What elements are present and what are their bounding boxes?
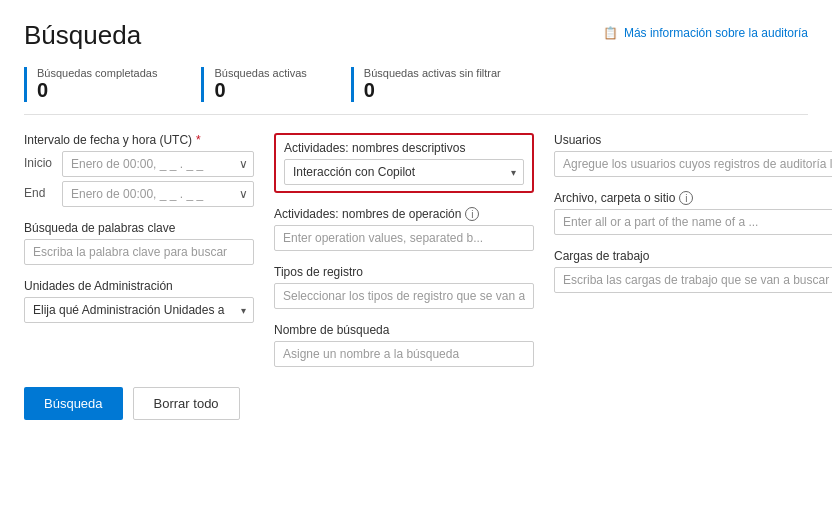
keywords-input[interactable] xyxy=(24,239,254,265)
info-link[interactable]: 📋 Más información sobre la auditoría xyxy=(603,26,808,40)
keywords-label: Búsqueda de palabras clave xyxy=(24,221,254,235)
search-name-label: Nombre de búsqueda xyxy=(274,323,534,337)
activities-descriptive-label: Actividades: nombres descriptivos xyxy=(284,141,524,155)
admin-units-select-wrapper[interactable]: Elija qué Administración Unidades a... ▾ xyxy=(24,297,254,323)
admin-units-select[interactable]: Elija qué Administración Unidades a... xyxy=(24,297,254,323)
end-date-input[interactable] xyxy=(62,181,254,207)
activities-descriptive-select-wrapper[interactable]: Interacción con Copilot ▾ xyxy=(284,159,524,185)
stat-active-unfiltered: Búsquedas activas sin filtrar 0 xyxy=(351,67,521,102)
users-field: Usuarios xyxy=(554,133,832,177)
admin-units-field: Unidades de Administración Elija qué Adm… xyxy=(24,279,254,323)
file-folder-site-label: Archivo, carpeta o sitio i xyxy=(554,191,832,205)
activities-descriptive-field: Actividades: nombres descriptivos Intera… xyxy=(274,133,534,193)
stat-active: Búsquedas activas 0 xyxy=(201,67,326,102)
users-label: Usuarios xyxy=(554,133,832,147)
keywords-field: Búsqueda de palabras clave xyxy=(24,221,254,265)
buttons-row: Búsqueda Borrar todo xyxy=(24,387,808,420)
activities-operation-field: Actividades: nombres de operación i xyxy=(274,207,534,251)
start-date-input[interactable] xyxy=(62,151,254,177)
search-name-field: Nombre de búsqueda xyxy=(274,323,534,367)
info-icon-operation[interactable]: i xyxy=(465,207,479,221)
record-types-input[interactable] xyxy=(274,283,534,309)
clear-button[interactable]: Borrar todo xyxy=(133,387,240,420)
activities-operation-input[interactable] xyxy=(274,225,534,251)
date-range-label: Intervalo de fecha y hora (UTC) * xyxy=(24,133,254,147)
users-input[interactable] xyxy=(554,151,832,177)
search-button[interactable]: Búsqueda xyxy=(24,387,123,420)
file-folder-site-input[interactable] xyxy=(554,209,832,235)
form-grid: Intervalo de fecha y hora (UTC) * Inicio… xyxy=(24,133,808,367)
date-range-field: Intervalo de fecha y hora (UTC) * Inicio… xyxy=(24,133,254,207)
workloads-field: Cargas de trabajo xyxy=(554,249,832,293)
workloads-input[interactable] xyxy=(554,267,832,293)
stat-completed: Búsquedas completadas 0 xyxy=(24,67,177,102)
activities-descriptive-select[interactable]: Interacción con Copilot xyxy=(284,159,524,185)
info-icon: 📋 xyxy=(603,26,618,40)
activities-operation-label: Actividades: nombres de operación i xyxy=(274,207,534,221)
file-folder-site-field: Archivo, carpeta o sitio i xyxy=(554,191,832,235)
record-types-field: Tipos de registro xyxy=(274,265,534,309)
info-icon-file[interactable]: i xyxy=(679,191,693,205)
search-name-input[interactable] xyxy=(274,341,534,367)
workloads-label: Cargas de trabajo xyxy=(554,249,832,263)
admin-units-label: Unidades de Administración xyxy=(24,279,254,293)
record-types-label: Tipos de registro xyxy=(274,265,534,279)
stats-row: Búsquedas completadas 0 Búsquedas activa… xyxy=(24,67,808,115)
